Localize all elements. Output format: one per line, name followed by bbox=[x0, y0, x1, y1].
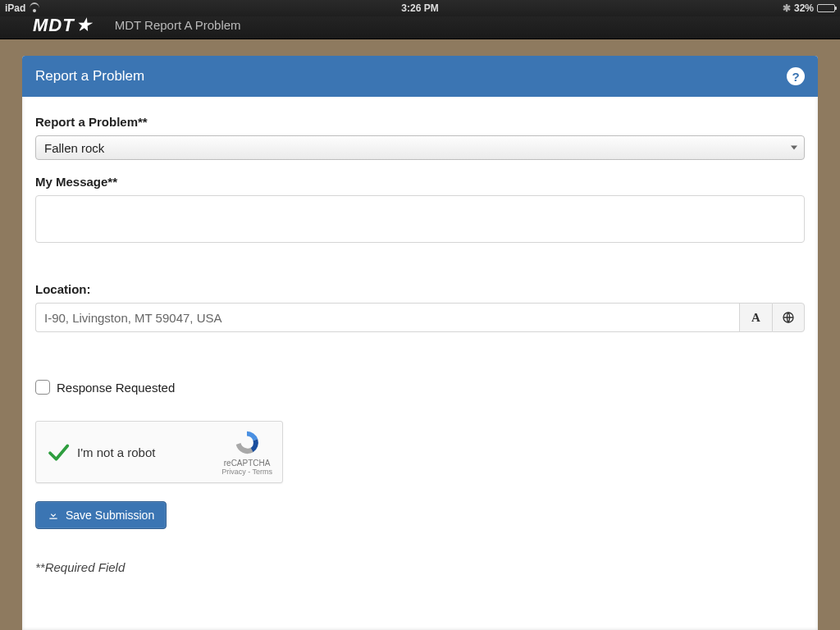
message-label: My Message** bbox=[35, 175, 805, 189]
help-icon[interactable]: ? bbox=[787, 67, 805, 85]
battery-percent: 32% bbox=[794, 2, 814, 14]
location-input[interactable] bbox=[35, 303, 739, 332]
problem-select-value: Fallen rock bbox=[44, 141, 104, 155]
panel-header: Report a Problem ? bbox=[22, 56, 818, 97]
battery-icon bbox=[817, 4, 835, 12]
star-icon: ★ bbox=[76, 15, 92, 34]
chevron-down-icon bbox=[791, 146, 797, 150]
recaptcha-badge: reCAPTCHA Privacy - Terms bbox=[221, 429, 272, 476]
problem-select[interactable]: Fallen rock bbox=[35, 135, 805, 160]
panel-title: Report a Problem bbox=[35, 68, 144, 84]
device-label: iPad bbox=[5, 2, 25, 14]
bluetooth-icon: ✱ bbox=[783, 2, 791, 14]
download-icon bbox=[48, 509, 59, 521]
map-button[interactable] bbox=[772, 303, 805, 332]
app-title: MDT Report A Problem bbox=[115, 18, 241, 32]
recaptcha-label: I'm not a robot bbox=[77, 445, 155, 459]
road-icon: A bbox=[751, 311, 760, 325]
checkmark-icon bbox=[46, 440, 71, 464]
required-note: **Required Field bbox=[35, 560, 805, 574]
recaptcha-links[interactable]: Privacy - Terms bbox=[221, 468, 272, 476]
problem-label: Report a Problem** bbox=[35, 115, 805, 129]
location-label: Location: bbox=[35, 282, 805, 296]
app-logo: MDT★ bbox=[33, 15, 92, 36]
ios-status-bar: iPad 3:26 PM ✱ 32% bbox=[0, 0, 840, 16]
recaptcha-icon bbox=[231, 429, 262, 457]
save-submission-button[interactable]: Save Submission bbox=[35, 501, 167, 529]
logo-text: MDT bbox=[33, 15, 75, 36]
response-label: Response Requested bbox=[57, 381, 175, 395]
recaptcha-widget[interactable]: I'm not a robot reCAPTCHA Privacy - Term… bbox=[35, 421, 283, 483]
wifi-icon bbox=[29, 4, 40, 12]
response-checkbox[interactable] bbox=[35, 380, 50, 395]
recaptcha-brand: reCAPTCHA bbox=[221, 459, 272, 468]
road-button[interactable]: A bbox=[739, 303, 772, 332]
globe-icon bbox=[782, 311, 795, 324]
clock: 3:26 PM bbox=[401, 2, 438, 14]
message-textarea[interactable] bbox=[35, 195, 805, 243]
form-card: Report a Problem ? Report a Problem** Fa… bbox=[22, 56, 818, 630]
save-button-label: Save Submission bbox=[66, 509, 154, 522]
